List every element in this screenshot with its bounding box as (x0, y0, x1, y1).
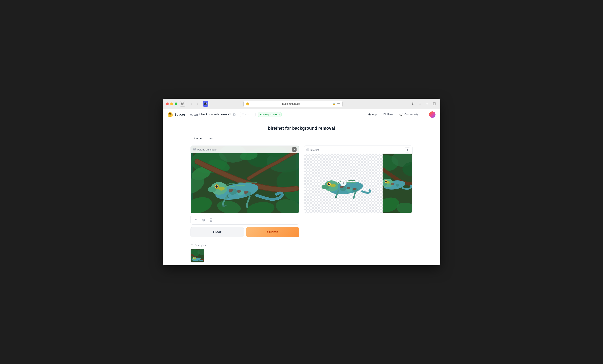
nav-bar: 🤗 Spaces not-lain / background-removal ♡… (163, 109, 440, 120)
output-main-panel: ‹ (304, 153, 383, 213)
user-avatar[interactable] (429, 111, 436, 118)
address-bar[interactable]: 🤗 huggingface.co 🔒 ••• (244, 101, 343, 107)
svg-rect-3 (183, 104, 184, 105)
forward-button[interactable]: › (195, 101, 200, 107)
svg-point-74 (330, 184, 336, 187)
svg-point-60 (307, 149, 308, 150)
copy-repo-btn[interactable] (232, 112, 236, 117)
image-upload-box: Upload an image ✕ (190, 145, 299, 213)
tab-app[interactable]: ◉ App (366, 111, 380, 118)
examples-icon: ☰ (190, 244, 193, 247)
upload-label-text: Upload an image (197, 148, 217, 151)
webcam-button[interactable] (201, 218, 206, 223)
like-button[interactable]: ♡ like 70 (240, 112, 255, 117)
svg-point-6 (206, 103, 207, 104)
repo-name[interactable]: background-removal (201, 113, 231, 116)
sidebar-btn[interactable] (431, 101, 437, 107)
split-view-arrow[interactable]: ‹ (340, 180, 347, 186)
clipboard-button[interactable] (209, 218, 213, 223)
svg-rect-9 (233, 114, 235, 116)
tab-community[interactable]: 💬 Community (397, 111, 421, 118)
output-label: birefnet (306, 148, 319, 152)
examples-section: ☰ Examples (190, 244, 299, 262)
output-icon (306, 148, 309, 152)
traffic-light-yellow[interactable] (170, 103, 173, 105)
text-tab[interactable]: text (205, 135, 217, 142)
output-thumbnail-panel (383, 153, 412, 213)
examples-title: ☰ Examples (190, 244, 299, 247)
output-label-text: birefnet (310, 149, 319, 152)
files-tab-label: Files (387, 113, 393, 116)
image-tab[interactable]: image (190, 135, 205, 142)
traffic-lights (166, 103, 177, 105)
output-box-header: birefnet ⬇ (304, 146, 412, 154)
tab-switcher[interactable] (180, 101, 185, 107)
nav-tabs: ◉ App Files 💬 Community ⋮ (366, 111, 436, 118)
svg-point-35 (217, 186, 218, 187)
example-item-0[interactable] (190, 249, 204, 262)
svg-point-43 (218, 187, 225, 190)
like-label: like (245, 113, 249, 116)
site-favicon: 🤗 (246, 102, 249, 106)
toolbar-right: ⬇ ⬆ + (410, 101, 437, 107)
app-body: image text (163, 135, 440, 265)
image-icon (193, 148, 196, 151)
back-button[interactable]: ‹ (188, 101, 194, 107)
svg-rect-2 (181, 104, 182, 105)
author-name[interactable]: not-lain (189, 113, 198, 116)
svg-point-57 (193, 258, 194, 258)
svg-point-13 (194, 149, 194, 149)
close-image-btn[interactable]: ✕ (292, 147, 297, 152)
input-image-display (191, 146, 299, 213)
share-btn[interactable]: ⬆ (417, 101, 423, 107)
app-tab-icon: ◉ (368, 113, 371, 116)
lock-icon: 🔒 (333, 103, 336, 105)
new-tab-btn[interactable]: + (424, 101, 430, 107)
image-box-header: Upload an image ✕ (191, 146, 299, 153)
browser-window: ‹ › 🤗 huggingface.co 🔒 ••• ⬇ ⬆ + (163, 99, 440, 265)
output-column: birefnet ⬇ (304, 145, 413, 213)
files-tab-icon (383, 113, 386, 116)
download-button[interactable]: ⬇ (405, 147, 410, 153)
heart-icon: ♡ (242, 113, 244, 116)
svg-rect-0 (181, 103, 182, 104)
nav-buttons: ‹ › (188, 101, 200, 107)
input-column: Upload an image ✕ (190, 145, 299, 262)
upload-label: Upload an image (193, 148, 217, 151)
upload-button[interactable] (194, 218, 198, 223)
brand: 🤗 Spaces (167, 112, 186, 117)
svg-rect-7 (433, 103, 436, 105)
svg-point-34 (215, 185, 218, 188)
community-tab-icon: 💬 (399, 113, 403, 116)
repo-path: not-lain / background-removal (189, 112, 236, 117)
brand-text[interactable]: Spaces (174, 113, 186, 116)
more-options-btn[interactable]: ••• (337, 102, 340, 105)
path-slash: / (199, 113, 200, 116)
url-text: huggingface.co (251, 102, 331, 105)
output-image-box: birefnet ⬇ (304, 145, 413, 213)
svg-rect-1 (183, 103, 184, 104)
app-tab-label: App (372, 113, 377, 116)
svg-rect-59 (307, 149, 309, 151)
image-controls-bar (190, 216, 299, 225)
svg-point-58 (194, 258, 196, 259)
svg-point-5 (205, 103, 205, 104)
svg-point-85 (386, 181, 390, 184)
traffic-light-red[interactable] (166, 103, 169, 105)
output-image-content: ‹ (304, 153, 412, 213)
tab-files[interactable]: Files (381, 111, 396, 118)
traffic-light-green[interactable] (175, 103, 177, 105)
clear-button[interactable]: Clear (190, 227, 244, 237)
submit-button[interactable]: Submit (246, 227, 299, 237)
svg-point-65 (328, 183, 330, 185)
svg-rect-12 (193, 148, 196, 150)
two-column-layout: Upload an image ✕ (190, 145, 413, 262)
nav-more-button[interactable]: ⋮ (422, 111, 428, 118)
input-image-svg (191, 146, 299, 213)
title-bar: ‹ › 🤗 huggingface.co 🔒 ••• ⬇ ⬆ + (163, 99, 440, 109)
download-btn[interactable]: ⬇ (410, 101, 416, 107)
examples-label: Examples (195, 244, 206, 247)
community-tab-label: Community (404, 113, 418, 116)
spaces-favicon (203, 101, 208, 107)
hf-logo: 🤗 (167, 112, 173, 117)
